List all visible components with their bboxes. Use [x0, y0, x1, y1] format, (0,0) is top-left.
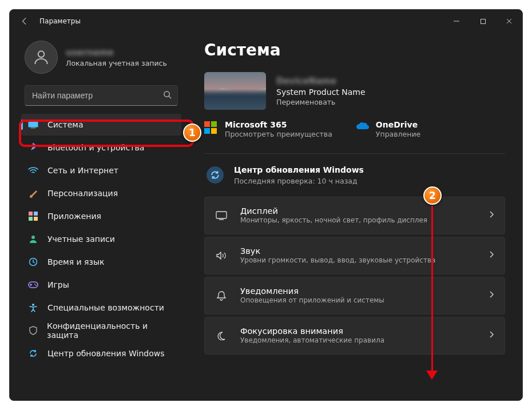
gamepad-icon	[28, 280, 38, 290]
window-title: Параметры	[39, 17, 81, 25]
nav-label: Приложения	[47, 212, 101, 221]
nav-label: Конфиденциальность и защита	[47, 321, 174, 340]
svg-rect-6	[31, 128, 35, 129]
nav-label: Игры	[47, 280, 69, 289]
search-icon	[163, 90, 172, 101]
setting-subtitle: Мониторы, яркость, ночной свет, профиль …	[240, 216, 427, 224]
divider	[204, 153, 505, 154]
ms365-icon	[204, 121, 218, 135]
nav-item-gaming[interactable]: Игры	[21, 274, 181, 296]
device-product-name: System Product Name	[276, 87, 366, 97]
display-icon	[215, 211, 228, 220]
promo-onedrive[interactable]: OneDrive Управление	[355, 120, 420, 138]
close-button[interactable]	[496, 10, 522, 33]
nav-item-windows-update[interactable]: Центр обновления Windows	[21, 343, 181, 364]
nav-item-time-language[interactable]: Время и язык	[21, 251, 181, 273]
nav-label: Сеть и Интернет	[47, 166, 118, 175]
nav-list: Система Bluetooth и устройства Сеть и Ин…	[21, 114, 181, 364]
setting-focus-assist[interactable]: Фокусировка внимания Уведомления, автома…	[204, 317, 505, 355]
minimize-icon	[453, 18, 460, 25]
svg-point-14	[34, 284, 35, 285]
search-input[interactable]	[32, 91, 163, 100]
bluetooth-icon	[28, 142, 38, 153]
device-summary[interactable]: DeviceName System Product Name Переимено…	[204, 72, 505, 110]
close-icon	[506, 18, 513, 25]
nav-label: Время и язык	[47, 257, 104, 266]
svg-rect-17	[204, 121, 210, 127]
setting-subtitle: Уровни громкости, вывод, ввод, звуковые …	[240, 256, 435, 264]
nav-item-apps[interactable]: Приложения	[21, 205, 181, 227]
chevron-right-icon	[489, 290, 494, 301]
setting-title: Дисплей	[240, 206, 427, 216]
setting-sound[interactable]: Звук Уровни громкости, вывод, ввод, звук…	[204, 237, 505, 274]
promo-title: Microsoft 365	[225, 120, 332, 129]
nav-item-accessibility[interactable]: Специальные возможности	[21, 297, 181, 319]
main-content: Система DeviceName System Product Name П…	[188, 33, 522, 400]
sidebar: username Локальная учетная запись Систем…	[10, 33, 188, 400]
nav-item-privacy[interactable]: Конфиденциальность и защита	[21, 320, 181, 341]
minimize-button[interactable]	[443, 10, 470, 33]
svg-rect-20	[211, 128, 217, 134]
setting-subtitle: Оповещения от приложений и системы	[240, 296, 384, 304]
apps-icon	[28, 211, 38, 221]
svg-rect-21	[216, 212, 227, 218]
svg-rect-7	[29, 212, 33, 216]
back-button[interactable]	[17, 13, 33, 29]
svg-rect-9	[29, 217, 33, 221]
promo-ms365[interactable]: Microsoft 365 Просмотреть преимущества	[204, 120, 332, 138]
svg-rect-5	[29, 121, 38, 128]
nav-label: Центр обновления Windows	[47, 349, 164, 358]
accessibility-icon	[28, 302, 38, 313]
setting-title: Уведомления	[240, 286, 384, 296]
arrow-left-icon	[21, 17, 29, 25]
account-icon	[28, 234, 38, 244]
person-icon	[32, 48, 50, 66]
svg-rect-8	[34, 212, 38, 216]
bell-icon	[215, 290, 228, 301]
promo-row: Microsoft 365 Просмотреть преимущества O…	[204, 120, 505, 138]
setting-display[interactable]: Дисплей Мониторы, яркость, ночной свет, …	[204, 197, 505, 234]
svg-point-3	[164, 91, 169, 96]
setting-notifications[interactable]: Уведомления Оповещения от приложений и с…	[204, 277, 505, 315]
shield-icon	[28, 325, 38, 336]
update-title: Центр обновления Windows	[234, 165, 364, 175]
moon-icon	[215, 331, 228, 340]
chevron-right-icon	[489, 210, 494, 221]
nav-item-network[interactable]: Сеть и Интернет	[21, 160, 181, 181]
svg-rect-19	[204, 128, 210, 134]
nav-item-accounts[interactable]: Учетные записи	[21, 228, 181, 250]
maximize-icon	[480, 18, 486, 25]
profile-username: username	[66, 47, 167, 58]
svg-rect-1	[481, 19, 485, 23]
update-icon	[28, 348, 38, 359]
promo-subtitle: Управление	[376, 130, 420, 138]
promo-title: OneDrive	[376, 120, 420, 129]
windows-update-summary[interactable]: Центр обновления Windows Последняя прове…	[204, 161, 505, 197]
svg-point-16	[32, 304, 34, 306]
svg-point-2	[38, 51, 45, 57]
nav-label: Специальные возможности	[47, 303, 164, 312]
search-box[interactable]	[25, 85, 178, 106]
device-rename-link[interactable]: Переименовать	[276, 98, 366, 106]
titlebar: Параметры	[10, 10, 522, 33]
setting-title: Звук	[240, 246, 435, 256]
device-thumbnail	[204, 72, 266, 110]
update-subtitle: Последняя проверка: 10 ч назад	[234, 177, 364, 185]
nav-item-system[interactable]: Система	[21, 114, 181, 136]
nav-label: Учетные записи	[47, 234, 115, 244]
sound-icon	[215, 251, 228, 260]
profile-block[interactable]: username Локальная учетная запись	[25, 41, 181, 74]
svg-point-15	[35, 285, 37, 286]
maximize-button[interactable]	[470, 10, 496, 33]
system-icon	[28, 120, 38, 130]
profile-account-type: Локальная учетная запись	[66, 59, 167, 67]
wifi-icon	[28, 165, 38, 176]
settings-list: Дисплей Мониторы, яркость, ночной свет, …	[204, 197, 505, 355]
nav-item-bluetooth[interactable]: Bluetooth и устройства	[21, 137, 181, 158]
nav-label: Персонализация	[47, 189, 118, 198]
nav-item-personalization[interactable]: Персонализация	[21, 182, 181, 204]
chevron-right-icon	[489, 250, 494, 261]
avatar	[25, 41, 58, 74]
nav-label: Система	[47, 120, 83, 129]
svg-rect-18	[211, 121, 217, 127]
